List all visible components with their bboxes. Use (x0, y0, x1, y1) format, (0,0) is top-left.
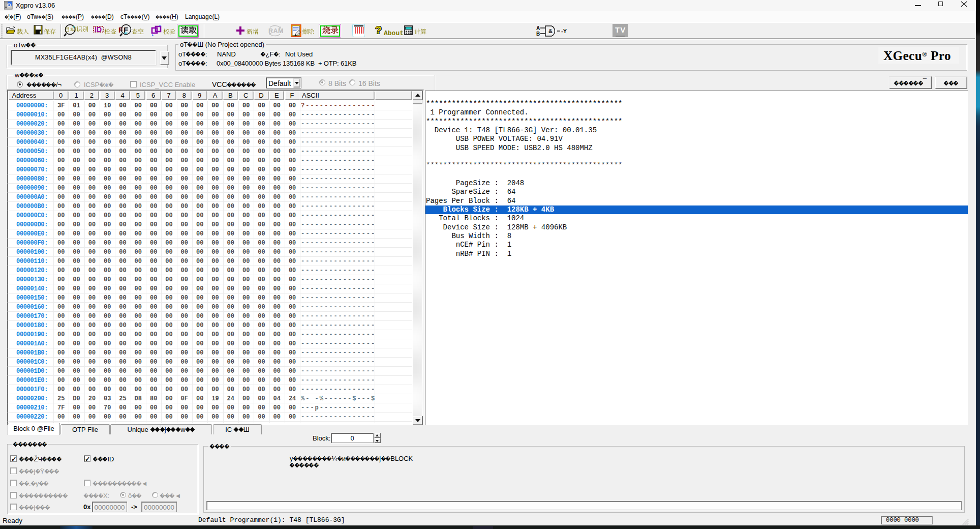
svg-text:B: B (536, 31, 540, 37)
svg-text:-Y: -Y (561, 28, 567, 34)
svg-text:A: A (536, 25, 540, 31)
svg-text:&: & (548, 28, 553, 34)
svg-text:F: F (124, 25, 128, 34)
svg-text:ID: ID (95, 25, 102, 34)
